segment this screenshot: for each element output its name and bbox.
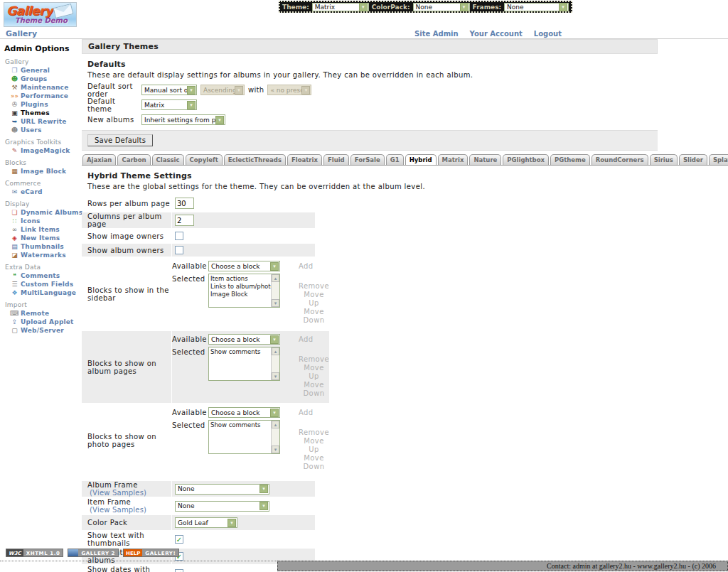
album-frame-select[interactable]: None▾ [175,484,269,495]
sidebar-item-image-block[interactable]: ▦Image Block [10,167,82,175]
row-label: Color Pack [87,519,127,527]
envelope-icon [53,4,74,18]
tab-floatrix[interactable]: Floatrix [287,154,322,165]
sidebar-item-multilanguage[interactable]: ❖MultiLanguage [10,288,82,296]
sidebar-item-dynamic-albums[interactable]: ❏Dynamic Albums [10,208,82,216]
listbox-scrollbar[interactable]: ▴▾ [271,274,279,307]
gallery-admin-page: Gallery Theme Demo Theme:Matrix▾ColorPac… [0,0,728,572]
tab-slider[interactable]: Slider [679,154,707,165]
show-album-owners-checkbox[interactable] [175,246,183,254]
sidebar-item-performance[interactable]: »»Performance [10,92,82,99]
columns-per-album-page-input[interactable] [175,215,194,226]
tab-eclecticthreads[interactable]: EclecticThreads [224,154,286,165]
tab-copyleft[interactable]: Copyleft [186,154,223,165]
sidebar-item-icons[interactable]: ∷Icons [10,217,82,225]
listbox-item[interactable]: Show comments [210,421,271,429]
listbox-scrollbar[interactable]: ▴▾ [271,347,279,380]
sidebar-item-general[interactable]: ❐General [10,66,82,74]
remove-link[interactable]: Remove [299,282,329,291]
theme-selector-bar: Theme:Matrix▾ColorPack:None▾Frames:None▾ [279,1,572,13]
sidebar-item-custom-fields[interactable]: ☰Custom Fields [10,280,82,288]
sidebar-item-url-rewrite[interactable]: ➥URL Rewrite [10,117,82,125]
selected-blocks-listbox[interactable]: Show comments▴▾ [208,347,280,381]
new-albums-select[interactable]: Inherit settings from parent album▾ [141,114,225,125]
tab-splatbang[interactable]: Splatbang [709,154,728,165]
sidebar-item-groups[interactable]: ☻Groups [10,75,82,82]
sidebar-item-watermarks[interactable]: ◪Watermarks [10,251,82,259]
tab-roundcorners[interactable]: RoundCorners [592,154,648,165]
nav-link-site-admin[interactable]: Site Admin [414,30,459,38]
tab-forsale[interactable]: ForSale [350,154,385,165]
move-up-link[interactable]: Move Up [299,437,329,454]
tab-classic[interactable]: Classic [152,154,184,165]
move-down-link[interactable]: Move Down [299,454,329,471]
tab-pglightbox[interactable]: PGlightbox [503,154,549,165]
tab-ajaxian[interactable]: Ajaxian [82,154,116,165]
theme-select[interactable]: Matrix▾ [312,3,369,11]
settings-row-blocks-to-show-on-album-pages: Blocks to show on album pagesAvailableCh… [82,331,315,403]
rows-per-album-page-input[interactable] [175,198,194,209]
sidebar-item-new-items[interactable]: ◈New Items [10,234,82,242]
view-samples-link[interactable]: (View Samples) [90,489,146,497]
show-text-with-thumbnails-checkbox[interactable]: ✓ [175,535,183,544]
show-image-owners-checkbox[interactable] [175,232,183,240]
available-blocks-select[interactable]: Choose a block▾ [208,334,280,345]
add-link[interactable]: Add [299,261,314,270]
sidebar-item-users[interactable]: ☻Users [10,126,82,134]
selected-blocks-listbox[interactable]: Show comments▴▾ [208,420,280,454]
breadcrumb[interactable]: Gallery [6,29,37,38]
remove-link[interactable]: Remove [299,428,329,437]
tab-fluid[interactable]: Fluid [323,154,349,165]
view-samples-link[interactable]: (View Samples) [90,506,146,514]
tab-carbon[interactable]: Carbon [117,154,150,165]
w3c-xhtml-badge[interactable]: W3CXHTML 1.0 [6,549,63,557]
color-pack-select[interactable]: Gold Leaf▾ [175,517,237,528]
sidebar-item-upload-applet[interactable]: ⇪Upload Applet [10,318,82,325]
sidebar-item-comments[interactable]: ❝Comments [10,271,82,279]
gallery2-badge[interactable]: GALLERY 2 [68,549,119,557]
listbox-item[interactable]: Links to album/photo peers [210,283,271,291]
tab-matrix[interactable]: Matrix [438,154,469,165]
sidebar-item-thumbnails[interactable]: ▤Thumbnails [10,242,82,250]
gallery-logo[interactable]: Gallery Theme Demo [4,2,77,27]
available-blocks-select[interactable]: Choose a block▾ [208,261,280,271]
tab-g1[interactable]: G1 [386,154,404,165]
sidebar-item-ecard[interactable]: ✉eCard [10,188,82,195]
tab-sirius[interactable]: Sirius [650,154,678,165]
default-theme-select[interactable]: Matrix▾ [141,99,197,110]
sidebar-item-remote[interactable]: ⌨Remote [10,309,82,317]
tab-pgtheme[interactable]: PGtheme [550,154,590,165]
show-dates-with-thumbnails-checkbox[interactable]: ✓ [175,569,183,572]
tab-hybrid[interactable]: Hybrid [405,154,437,165]
available-blocks-select[interactable]: Choose a block▾ [208,407,280,418]
listbox-item[interactable]: Item actions [210,275,271,283]
sidebar-item-maintenance[interactable]: ⚒Maintenance [10,83,82,91]
save-defaults-button[interactable]: Save Defaults [87,134,153,146]
move-down-link[interactable]: Move Down [299,381,329,398]
logo-title: Gallery [6,4,53,18]
add-link[interactable]: Add [299,407,314,416]
help-gallery-badge[interactable]: HELPGALLERY! [123,549,179,557]
selected-blocks-listbox[interactable]: Item actionsLinks to album/photo peersIm… [208,274,280,308]
sidebar-item-plugins[interactable]: ✇Plugins [10,100,82,108]
move-up-link[interactable]: Move Up [299,291,329,308]
sidebar-item-link-items[interactable]: ∞Link Items [10,225,82,233]
item-frame-select[interactable]: None▾ [175,501,269,512]
sidebar-item-imagemagick[interactable]: ✎ImageMagick [10,146,82,154]
sort-order-select[interactable]: Manual sort order▾ [141,85,197,95]
move-up-link[interactable]: Move Up [299,364,329,381]
frames-select[interactable]: None▾ [504,3,569,11]
move-down-link[interactable]: Move Down [299,308,329,325]
add-link[interactable]: Add [299,334,314,343]
scroll-down-icon: ▾ [272,446,279,453]
nav-link-logout[interactable]: Logout [534,30,562,38]
sidebar-item-themes[interactable]: ▣Themes [10,109,82,117]
nav-link-your-account[interactable]: Your Account [470,30,523,38]
tab-nature[interactable]: Nature [469,154,501,165]
colorpack-select[interactable]: None▾ [413,3,470,11]
listbox-item[interactable]: Image Block [210,291,271,298]
sidebar-item-web-server[interactable]: ▢Web/Server [10,326,82,334]
listbox-item[interactable]: Show comments [210,348,271,356]
listbox-scrollbar[interactable]: ▴▾ [271,421,279,453]
remove-link[interactable]: Remove [299,355,329,364]
